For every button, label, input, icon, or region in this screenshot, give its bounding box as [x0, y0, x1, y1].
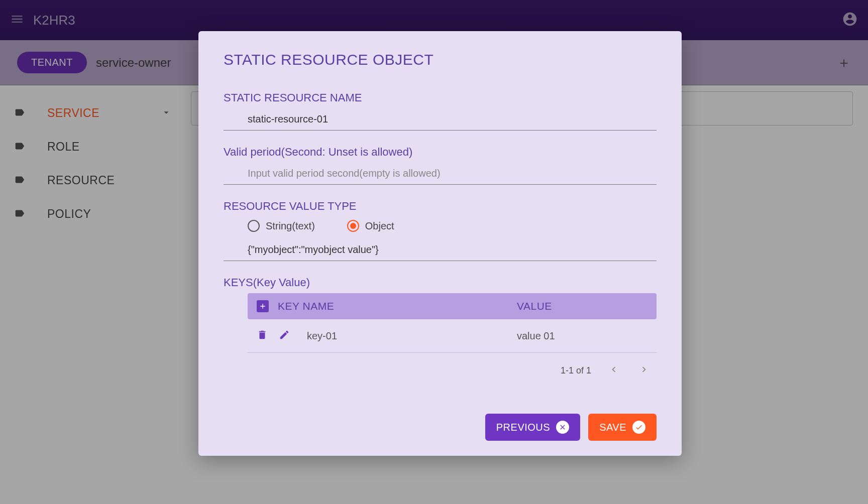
value-type-label: RESOURCE VALUE TYPE	[224, 200, 657, 213]
col-value: VALUE	[517, 300, 647, 312]
close-circle-icon	[556, 421, 569, 434]
cell-key-name: key-01	[307, 330, 517, 342]
edit-icon[interactable]	[279, 329, 290, 342]
value-type-field: RESOURCE VALUE TYPE String(text) Object	[224, 200, 657, 261]
radio-icon	[248, 220, 260, 232]
page-prev-icon[interactable]	[606, 362, 621, 380]
save-button-label: SAVE	[599, 422, 626, 433]
page-next-icon[interactable]	[636, 362, 652, 380]
previous-button[interactable]: PREVIOUS	[485, 414, 580, 441]
static-resource-modal: STATIC RESOURCE OBJECT STATIC RESOURCE N…	[198, 31, 682, 456]
modal-title: STATIC RESOURCE OBJECT	[224, 51, 657, 68]
col-key-name: KEY NAME	[278, 300, 517, 312]
radio-string[interactable]: String(text)	[248, 220, 315, 232]
radio-string-label: String(text)	[266, 220, 315, 232]
period-input[interactable]	[224, 163, 657, 185]
radio-object[interactable]: Object	[347, 220, 394, 232]
previous-button-label: PREVIOUS	[496, 422, 550, 433]
pagination: 1-1 of 1	[248, 353, 657, 389]
delete-icon[interactable]	[257, 329, 268, 342]
radio-row: String(text) Object	[248, 220, 657, 232]
modal-actions: PREVIOUS SAVE	[224, 414, 657, 441]
period-field: Valid period(Second: Unset is allowed)	[224, 146, 657, 185]
keys-section: KEYS(Key Value) KEY NAME VALUE key-01 va…	[224, 276, 657, 389]
add-key-button[interactable]	[257, 300, 269, 312]
pagination-text: 1-1 of 1	[561, 365, 591, 376]
keys-label: KEYS(Key Value)	[224, 276, 657, 289]
period-label: Valid period(Second: Unset is allowed)	[224, 146, 657, 159]
radio-object-label: Object	[365, 220, 394, 232]
table-row: key-01 value 01	[248, 319, 657, 353]
keys-table-header: KEY NAME VALUE	[248, 293, 657, 319]
cell-value: value 01	[517, 330, 647, 342]
save-button[interactable]: SAVE	[588, 414, 657, 441]
object-value-input[interactable]	[224, 239, 657, 261]
radio-icon	[347, 220, 359, 232]
name-input[interactable]	[224, 108, 657, 131]
check-circle-icon	[632, 421, 645, 434]
name-field: STATIC RESOURCE NAME	[224, 91, 657, 131]
name-label: STATIC RESOURCE NAME	[224, 91, 657, 104]
